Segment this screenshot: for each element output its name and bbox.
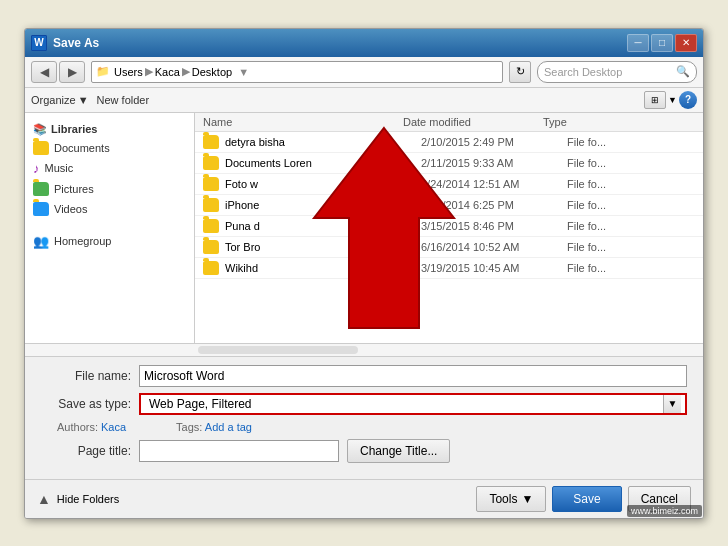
tools-dropdown-icon: ▼ <box>521 492 533 506</box>
col-header-name[interactable]: Name <box>203 116 403 128</box>
hide-folders-label: Hide Folders <box>57 493 119 505</box>
word-icon: W <box>31 35 47 51</box>
authors-value[interactable]: Kaca <box>101 421 126 433</box>
file-list-header: Name Date modified Type <box>195 113 703 132</box>
file-list: Name Date modified Type detyra bisha 2/1… <box>195 113 703 343</box>
organize-arrow-icon: ▼ <box>78 94 89 106</box>
music-icon: ♪ <box>33 161 40 176</box>
col-header-type[interactable]: Type <box>543 116 695 128</box>
sidebar-item-videos[interactable]: Videos <box>25 199 194 219</box>
file-date-2: 6/24/2014 12:51 AM <box>421 178 561 190</box>
file-type-1: File fo... <box>567 157 695 169</box>
save-button[interactable]: Save <box>552 486 621 512</box>
file-date-3: 7/16/2014 6:25 PM <box>421 199 561 211</box>
file-name-0: detyra bisha <box>225 136 415 148</box>
back-button[interactable]: ◀ <box>31 61 57 83</box>
file-name-4: Puna d <box>225 220 415 232</box>
file-row-3[interactable]: iPhone 7/16/2014 6:25 PM File fo... <box>195 195 703 216</box>
refresh-button[interactable]: ↻ <box>509 61 531 83</box>
file-date-1: 2/11/2015 9:33 AM <box>421 157 561 169</box>
view-toggle-button[interactable]: ⊞ <box>644 91 666 109</box>
file-row-0[interactable]: detyra bisha 2/10/2015 2:49 PM File fo..… <box>195 132 703 153</box>
file-name-3: iPhone <box>225 199 415 211</box>
file-name-6: Wikihd <box>225 262 415 274</box>
file-type-4: File fo... <box>567 220 695 232</box>
libraries-icon: 📚 <box>33 123 47 136</box>
view-icon: ⊞ <box>651 95 659 105</box>
file-folder-icon-4 <box>203 219 219 233</box>
file-row-1[interactable]: Documents Loren 2/11/2015 9:33 AM File f… <box>195 153 703 174</box>
savetype-label: Save as type: <box>41 397 131 411</box>
libraries-group[interactable]: 📚 Libraries <box>25 119 194 138</box>
save-as-dialog: W Save As ─ □ ✕ ◀ ▶ 📁 Users ▶ Kaca <box>24 28 704 519</box>
documents-folder-icon <box>33 141 49 155</box>
breadcrumb-kaca: Kaca <box>155 66 180 78</box>
sidebar-item-pictures[interactable]: Pictures <box>25 179 194 199</box>
view-buttons: ⊞ ▼ ? <box>644 91 697 109</box>
footer: ▲ Hide Folders Tools ▼ Save Cancel <box>25 479 703 518</box>
organize-button[interactable]: Organize ▼ <box>31 94 89 106</box>
title-bar: W Save As ─ □ ✕ <box>25 29 703 57</box>
file-row-4[interactable]: Puna d 3/15/2015 8:46 PM File fo... <box>195 216 703 237</box>
savetype-row: Save as type: Web Page, Filtered ▼ <box>41 393 687 415</box>
authors-label: Authors: Kaca <box>57 421 126 433</box>
file-folder-icon-0 <box>203 135 219 149</box>
col-header-date[interactable]: Date modified <box>403 116 543 128</box>
file-folder-icon-3 <box>203 198 219 212</box>
file-date-6: 3/19/2015 10:45 AM <box>421 262 561 274</box>
filename-label: File name: <box>41 369 131 383</box>
horizontal-scrollbar[interactable] <box>198 346 358 354</box>
tools-button[interactable]: Tools ▼ <box>476 486 546 512</box>
file-folder-icon-1 <box>203 156 219 170</box>
file-type-2: File fo... <box>567 178 695 190</box>
new-folder-button[interactable]: New folder <box>97 94 150 106</box>
form-area: File name: document.querySelector('[data… <box>25 357 703 479</box>
file-type-6: File fo... <box>567 262 695 274</box>
page-title-row: Page title: Change Title... <box>41 439 687 463</box>
help-button[interactable]: ? <box>679 91 697 109</box>
window-title: Save As <box>53 36 99 50</box>
change-title-button[interactable]: Change Title... <box>347 439 450 463</box>
main-area: 📚 Libraries Documents ♪ Music Pictures <box>25 113 703 343</box>
file-date-0: 2/10/2015 2:49 PM <box>421 136 561 148</box>
file-date-5: 6/16/2014 10:52 AM <box>421 241 561 253</box>
minimize-button[interactable]: ─ <box>627 34 649 52</box>
file-name-1: Documents Loren <box>225 157 415 169</box>
sidebar-item-music-label: Music <box>45 162 74 174</box>
filename-input[interactable] <box>139 365 687 387</box>
address-toolbar: ◀ ▶ 📁 Users ▶ Kaca ▶ Desktop ▼ ↻ Search … <box>25 57 703 88</box>
hide-folders-button[interactable]: ▲ Hide Folders <box>37 491 119 507</box>
window-controls: ─ □ ✕ <box>627 34 697 52</box>
hide-folders-icon: ▲ <box>37 491 51 507</box>
file-folder-icon-5 <box>203 240 219 254</box>
savetype-value: Web Page, Filtered <box>145 397 663 411</box>
nav-buttons: ◀ ▶ <box>31 61 85 83</box>
savetype-dropdown-icon[interactable]: ▼ <box>663 395 681 413</box>
breadcrumb: Users ▶ Kaca ▶ Desktop ▼ <box>114 65 249 78</box>
forward-button[interactable]: ▶ <box>59 61 85 83</box>
sidebar-item-videos-label: Videos <box>54 203 87 215</box>
close-button[interactable]: ✕ <box>675 34 697 52</box>
view-dropdown-icon[interactable]: ▼ <box>668 95 677 105</box>
search-box[interactable]: Search Desktop 🔍 <box>537 61 697 83</box>
sidebar-item-homegroup[interactable]: 👥 Homegroup <box>25 231 194 252</box>
breadcrumb-sep-2: ▶ <box>182 65 190 78</box>
file-row-5[interactable]: Tor Bro 6/16/2014 10:52 AM File fo... <box>195 237 703 258</box>
page-title-label: Page title: <box>41 444 131 458</box>
sidebar-item-music[interactable]: ♪ Music <box>25 158 194 179</box>
folder-icon: 📁 <box>96 65 110 78</box>
breadcrumb-dropdown: ▼ <box>238 66 249 78</box>
tags-value[interactable]: Add a tag <box>205 421 252 433</box>
file-row-2[interactable]: Foto w 6/24/2014 12:51 AM File fo... <box>195 174 703 195</box>
maximize-button[interactable]: □ <box>651 34 673 52</box>
file-type-5: File fo... <box>567 241 695 253</box>
file-row-6[interactable]: Wikihd 3/19/2015 10:45 AM File fo... <box>195 258 703 279</box>
pictures-folder-icon <box>33 182 49 196</box>
page-title-input[interactable] <box>139 440 339 462</box>
title-bar-left: W Save As <box>31 35 99 51</box>
sidebar-item-documents[interactable]: Documents <box>25 138 194 158</box>
sidebar-item-documents-label: Documents <box>54 142 110 154</box>
savetype-select[interactable]: Web Page, Filtered ▼ <box>139 393 687 415</box>
address-bar[interactable]: 📁 Users ▶ Kaca ▶ Desktop ▼ <box>91 61 503 83</box>
search-icon: 🔍 <box>676 65 690 78</box>
